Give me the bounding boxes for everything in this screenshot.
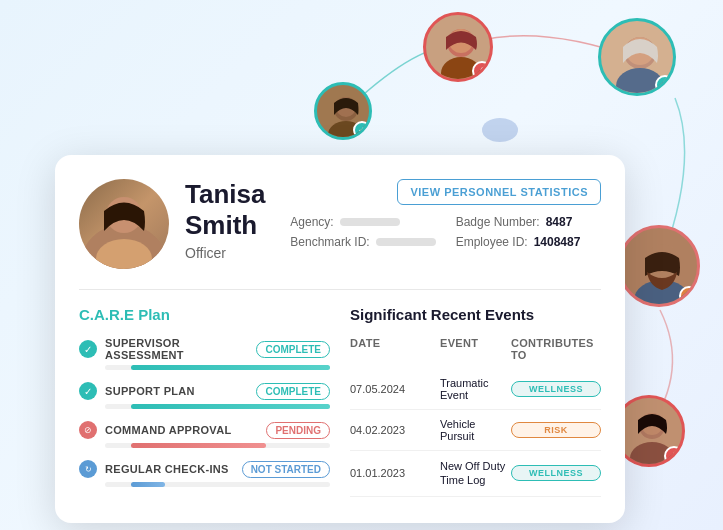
care-check-checkins: ↻: [79, 460, 97, 478]
event-badge-3: WELLNESS: [511, 465, 601, 481]
name-section: Tanisa Smith Officer: [185, 179, 274, 261]
agency-label: Agency:: [290, 215, 333, 229]
care-item-support-header: ✓ SUPPORT PLAN COMPLETE: [79, 382, 330, 400]
care-badge-support: COMPLETE: [256, 383, 330, 400]
events-col-date: DATE: [350, 337, 440, 361]
care-item-support-name: SUPPORT PLAN: [105, 385, 248, 397]
person-name: Tanisa Smith: [185, 179, 274, 241]
header-right: VIEW PERSONNEL STATISTICS Agency: Badge …: [290, 179, 601, 249]
svg-point-12: [639, 413, 665, 439]
care-badge-command: PENDING: [266, 422, 330, 439]
care-item-checkins-header: ↻ REGULAR CHECK-INS NOT STARTED: [79, 460, 330, 478]
event-name-3-line1: New Off Duty: [440, 460, 505, 472]
employee-row: Employee ID: 1408487: [456, 235, 601, 249]
network-node-top: ⚠: [423, 12, 493, 82]
care-progress-supervisor: [105, 365, 330, 370]
care-item-command: ⊘ COMMAND APPROVAL PENDING: [79, 421, 330, 448]
event-row-1: 07.05.2024 Traumatic Event WELLNESS: [350, 369, 601, 410]
svg-point-4: [334, 97, 358, 121]
event-name-3: New Off Duty Time Log: [440, 459, 511, 488]
event-row-3: 01.01.2023 New Off Duty Time Log WELLNES…: [350, 451, 601, 497]
person-title: Officer: [185, 245, 274, 261]
svg-point-3: [449, 29, 473, 53]
care-progress-fill-support: [131, 404, 330, 409]
benchmark-value-bar: [376, 238, 436, 246]
network-node-mid-right: 🔔: [618, 225, 700, 307]
svg-point-11: [645, 244, 679, 278]
card-header: Tanisa Smith Officer VIEW PERSONNEL STAT…: [79, 179, 601, 269]
event-date-2: 04.02.2023: [350, 424, 440, 436]
events-title: Significant Recent Events: [350, 306, 601, 323]
svg-point-7: [624, 37, 656, 69]
events-col-event: EVENT: [440, 337, 511, 361]
svg-point-2: [441, 57, 481, 82]
svg-point-5: [328, 121, 364, 140]
events-col-contributes: CONTRIBUTES TO: [511, 337, 601, 361]
profile-card: Tanisa Smith Officer VIEW PERSONNEL STAT…: [55, 155, 625, 523]
care-plan-section: C.A.R.E Plan ✓ SUPERVISOR ASSESSMENT COM…: [79, 306, 330, 499]
care-item-command-name: COMMAND APPROVAL: [105, 424, 258, 436]
events-section: Significant Recent Events DATE EVENT CON…: [350, 306, 601, 499]
benchmark-row: Benchmark ID:: [290, 235, 435, 249]
agency-value-bar: [340, 218, 400, 226]
svg-point-14: [641, 413, 663, 435]
event-row-2: 04.02.2023 Vehicle Pursuit RISK: [350, 410, 601, 451]
care-item-supervisor: ✓ SUPERVISOR ASSESSMENT COMPLETE: [79, 337, 330, 370]
care-badge-checkins: NOT STARTED: [242, 461, 330, 478]
care-progress-checkins: [105, 482, 330, 487]
employee-label: Employee ID:: [456, 235, 528, 249]
care-item-checkins: ↻ REGULAR CHECK-INS NOT STARTED: [79, 460, 330, 487]
badge-value: 8487: [546, 215, 573, 229]
event-badge-1: WELLNESS: [511, 381, 601, 397]
care-check-supervisor: ✓: [79, 340, 97, 358]
care-check-command: ⊘: [79, 421, 97, 439]
care-item-command-header: ⊘ COMMAND APPROVAL PENDING: [79, 421, 330, 439]
care-progress-command: [105, 443, 330, 448]
care-progress-fill-checkins: [131, 482, 165, 487]
svg-point-10: [634, 280, 690, 307]
header-divider: [79, 289, 601, 290]
employee-value: 1408487: [534, 235, 581, 249]
event-name-3-line2: Time Log: [440, 474, 485, 486]
avatar: [79, 179, 169, 269]
care-item-supervisor-header: ✓ SUPERVISOR ASSESSMENT COMPLETE: [79, 337, 330, 361]
info-grid: Agency: Badge Number: 8487 Benchmark ID:…: [290, 215, 601, 249]
events-table: DATE EVENT CONTRIBUTES TO 07.05.2024 Tra…: [350, 337, 601, 497]
care-item-support: ✓ SUPPORT PLAN COMPLETE: [79, 382, 330, 409]
care-progress-fill-supervisor: [131, 365, 330, 370]
care-item-supervisor-name: SUPERVISOR ASSESSMENT: [105, 337, 248, 361]
network-node-top-left: ✓: [314, 82, 372, 140]
svg-point-6: [336, 97, 356, 117]
care-progress-support: [105, 404, 330, 409]
svg-point-0: [482, 118, 518, 142]
view-stats-button[interactable]: VIEW PERSONNEL STATISTICS: [397, 179, 601, 205]
svg-point-13: [630, 442, 674, 467]
care-plan-title: C.A.R.E Plan: [79, 306, 330, 323]
event-date-1: 07.05.2024: [350, 383, 440, 395]
event-name-1: Traumatic Event: [440, 377, 511, 401]
benchmark-label: Benchmark ID:: [290, 235, 369, 249]
agency-row: Agency:: [290, 215, 435, 229]
svg-point-9: [626, 37, 654, 65]
badge-label: Badge Number:: [456, 215, 540, 229]
care-progress-fill-command: [131, 443, 266, 448]
badge-row: Badge Number: 8487: [456, 215, 601, 229]
events-table-header: DATE EVENT CONTRIBUTES TO: [350, 337, 601, 361]
svg-point-8: [616, 68, 664, 96]
event-badge-2: RISK: [511, 422, 601, 438]
care-item-checkins-name: REGULAR CHECK-INS: [105, 463, 234, 475]
event-name-2: Vehicle Pursuit: [440, 418, 511, 442]
card-body: C.A.R.E Plan ✓ SUPERVISOR ASSESSMENT COM…: [79, 306, 601, 499]
event-date-3: 01.01.2023: [350, 467, 440, 479]
svg-point-1: [447, 29, 475, 57]
care-check-support: ✓: [79, 382, 97, 400]
care-badge-supervisor: COMPLETE: [256, 341, 330, 358]
network-node-top-right: ✓: [598, 18, 676, 96]
